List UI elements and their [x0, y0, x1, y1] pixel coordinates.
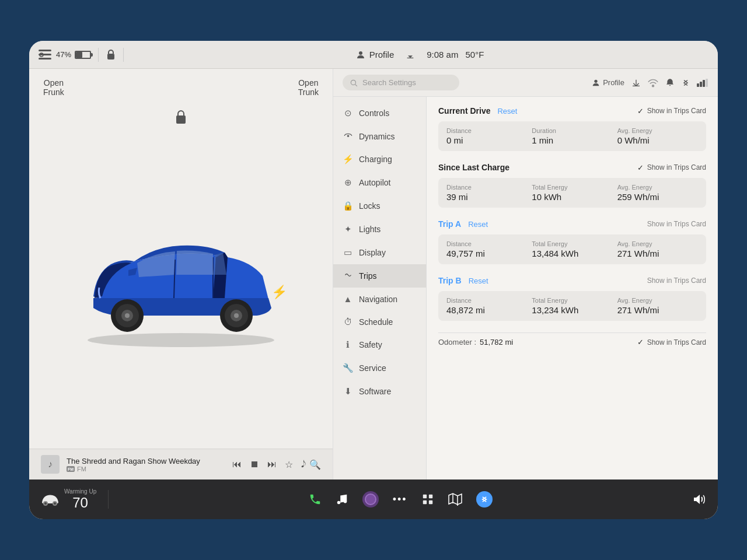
- odometer-show-trips[interactable]: ✓ Show in Trips Card: [637, 338, 706, 346]
- settings-header: Search Settings Profile: [333, 69, 718, 97]
- settings-item-software[interactable]: ⬇ Software: [333, 380, 426, 403]
- fm-icon: FM: [67, 466, 75, 472]
- svg-text:FM: FM: [68, 467, 74, 471]
- since-last-charge-show-trips[interactable]: ✓ Show in Trips Card: [637, 163, 706, 172]
- trip-b-title: Trip B: [438, 276, 462, 285]
- current-drive-show-trips[interactable]: ✓ Show in Trips Card: [637, 107, 706, 116]
- current-temp: 50°F: [465, 50, 484, 60]
- trunk-label: Trunk: [298, 88, 319, 97]
- settings-item-dynamics[interactable]: Dynamics: [333, 125, 426, 148]
- since-last-charge-section: Since Last Charge ✓ Show in Trips Card D…: [438, 163, 706, 208]
- open-trunk-button[interactable]: Open Trunk: [298, 78, 319, 97]
- settings-item-service[interactable]: 🔧 Service: [333, 356, 426, 380]
- next-track-button[interactable]: ⏭: [267, 459, 277, 470]
- trip-b-show-trips[interactable]: Show in Trips Card: [647, 276, 706, 285]
- svg-rect-39: [428, 501, 432, 504]
- odometer-value: 51,782 mi: [480, 338, 513, 346]
- status-divider-1: [98, 48, 99, 62]
- trip-a-show-trips[interactable]: Show in Trips Card: [647, 220, 706, 228]
- current-drive-checkmark: ✓: [637, 107, 644, 116]
- profile-label: Profile: [369, 50, 395, 60]
- phone-icon[interactable]: [309, 493, 322, 506]
- settings-item-controls[interactable]: ⊙ Controls: [333, 102, 426, 125]
- settings-item-display[interactable]: ▭ Display: [333, 241, 426, 264]
- car-controls-top: Open Frunk Open Trunk: [29, 69, 333, 97]
- since-last-charge-title: Since Last Charge: [438, 163, 509, 172]
- taskbar-left: Warming Up 70: [41, 488, 96, 511]
- settings-item-safety[interactable]: ℹ Safety: [333, 333, 426, 356]
- more-button[interactable]: •••: [393, 494, 407, 506]
- taskbar-divider: [108, 490, 109, 509]
- header-download-icon: [631, 78, 641, 88]
- open-frunk-button[interactable]: Open Frunk: [43, 78, 64, 97]
- trip-a-energy-value: 13,484 kWh: [532, 249, 612, 258]
- download-icon: [406, 50, 415, 60]
- trip-a-reset-button[interactable]: Reset: [468, 220, 488, 229]
- settings-item-trips[interactable]: Trips: [333, 264, 426, 288]
- slc-energy-cell: Total Energy 10 kWh: [532, 184, 612, 202]
- settings-item-schedule[interactable]: ⏱ Schedule: [333, 310, 426, 333]
- search-box[interactable]: Search Settings: [343, 75, 459, 90]
- trip-a-section: Trip A Reset Show in Trips Card Distance: [438, 219, 706, 264]
- trip-b-avg-energy-value: 271 Wh/mi: [617, 305, 698, 315]
- current-drive-duration-value: 1 min: [532, 135, 612, 145]
- settings-item-locks[interactable]: 🔒 Locks: [333, 194, 426, 218]
- main-area: Open Frunk Open Trunk: [29, 69, 718, 480]
- odometer-show-trips-label: Show in Trips Card: [647, 338, 706, 346]
- svg-point-18: [234, 313, 239, 318]
- media-controls: ⏮ ⏹ ⏭ ☆ 𝅘𝅥𝅮 🔍: [232, 459, 321, 470]
- charging-label: Charging: [359, 155, 392, 164]
- status-divider-2: [123, 48, 124, 62]
- warming-up-label: Warming Up: [64, 488, 96, 495]
- current-drive-duration-label: Duration: [532, 127, 612, 134]
- trip-b-reset-button[interactable]: Reset: [469, 276, 488, 285]
- settings-body: ⊙ Controls Dynamics: [333, 97, 718, 480]
- controls-icon: ⊙: [343, 108, 353, 118]
- locks-icon: 🔒: [343, 201, 353, 211]
- stop-button[interactable]: ⏹: [250, 459, 259, 470]
- music-icon[interactable]: [336, 493, 348, 506]
- music-note-icon: ♪: [48, 459, 53, 470]
- svg-point-29: [347, 135, 349, 137]
- taskbar-car-icon[interactable]: [41, 493, 60, 506]
- profile-button[interactable]: Profile: [355, 50, 395, 60]
- svg-rect-37: [428, 495, 432, 498]
- svg-rect-38: [423, 501, 426, 504]
- trip-a-energy-label: Total Energy: [532, 240, 612, 247]
- svg-point-21: [351, 80, 355, 85]
- svg-rect-28: [706, 79, 708, 87]
- media-source: FM FM: [67, 466, 225, 473]
- controls-label: Controls: [359, 108, 389, 118]
- battery-percent: 47%: [56, 50, 71, 59]
- header-bell-icon: [665, 78, 675, 88]
- autopilot-button[interactable]: [362, 491, 379, 508]
- header-profile[interactable]: Profile: [591, 78, 624, 88]
- trip-b-data-row: Distance 48,872 mi Total Energy 13,234 k…: [438, 291, 706, 321]
- bluetooth-button[interactable]: [476, 491, 493, 508]
- header-wifi-icon: [648, 78, 658, 88]
- svg-point-34: [337, 501, 340, 505]
- svg-rect-4: [107, 54, 114, 60]
- locks-label: Locks: [359, 201, 381, 211]
- grid-icon[interactable]: [421, 493, 434, 506]
- media-art: ♪: [41, 455, 60, 474]
- header-signal-icon: [697, 79, 708, 87]
- menu-icon[interactable]: [39, 50, 51, 60]
- current-drive-distance-label: Distance: [446, 127, 527, 134]
- current-drive-reset-button[interactable]: Reset: [497, 107, 517, 116]
- slc-distance-value: 39 mi: [446, 192, 527, 202]
- svg-rect-27: [703, 80, 705, 87]
- service-label: Service: [359, 363, 386, 373]
- map-icon[interactable]: [448, 493, 462, 506]
- display-label: Display: [359, 248, 386, 257]
- settings-item-autopilot[interactable]: ⊕ Autopilot: [333, 171, 426, 194]
- settings-item-navigation[interactable]: ▲ Navigation: [333, 288, 426, 310]
- search-media-button[interactable]: 🔍: [309, 459, 321, 470]
- favorite-button[interactable]: ☆: [285, 459, 293, 470]
- settings-item-charging[interactable]: ⚡ Charging: [333, 148, 426, 171]
- svg-point-14: [125, 313, 130, 318]
- volume-icon[interactable]: [692, 494, 706, 505]
- current-drive-energy-label: Avg. Energy: [617, 127, 698, 134]
- prev-track-button[interactable]: ⏮: [232, 459, 242, 470]
- settings-item-lights[interactable]: ✦ Lights: [333, 218, 426, 241]
